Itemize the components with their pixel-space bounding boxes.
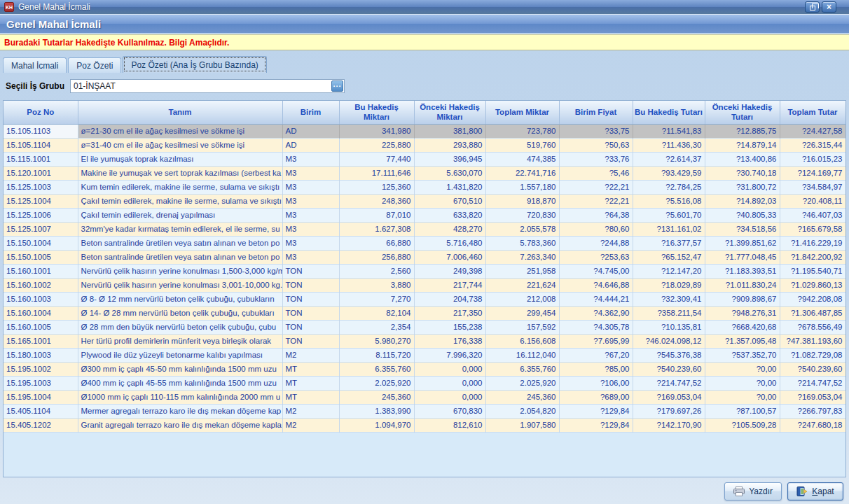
table-cell[interactable]: ?106,00 (559, 376, 633, 390)
table-cell[interactable]: ?678.556,49 (780, 320, 845, 334)
table-cell[interactable]: 723,780 (485, 124, 559, 138)
table-cell[interactable]: Çakıl temin edilerek, drenaj yapılması (78, 208, 282, 222)
table-cell[interactable]: ?668.420,68 (705, 320, 780, 334)
table-cell[interactable]: M3 (282, 194, 339, 208)
table-cell[interactable]: Beton santralinde üretilen veya satın al… (78, 236, 282, 250)
table-cell[interactable]: ?948.276,31 (705, 306, 780, 320)
table-cell[interactable]: 2,560 (339, 264, 414, 278)
table-cell[interactable]: ?64,38 (559, 208, 633, 222)
table-cell[interactable]: 256,880 (339, 250, 414, 264)
table-cell[interactable]: ?32.309,41 (633, 292, 705, 306)
table-cell[interactable]: ?537.352,70 (705, 348, 780, 362)
table-cell[interactable]: 7.996,320 (414, 348, 485, 362)
table-cell[interactable]: Çakıl temin edilerek, makine ile serme, … (78, 194, 282, 208)
table-cell[interactable]: ?1.082.729,08 (780, 348, 845, 362)
table-cell[interactable]: ?214.747,52 (633, 376, 705, 390)
table-cell[interactable]: ?13.400,86 (705, 152, 780, 166)
table-cell[interactable]: 7.006,460 (414, 250, 485, 264)
table-cell[interactable]: ?5.516,08 (633, 194, 705, 208)
table-cell[interactable]: ?124.169,77 (780, 166, 845, 180)
table-cell[interactable]: TON (282, 334, 339, 348)
table-row[interactable]: 15.405.1104Mermer agregalı terrazo karo … (4, 404, 845, 418)
table-cell[interactable]: 15.150.1005 (4, 250, 78, 264)
table-cell[interactable]: ?1.195.540,71 (780, 264, 845, 278)
table-cell[interactable]: 7,270 (339, 292, 414, 306)
table-cell[interactable]: ?142.170,90 (633, 418, 705, 432)
table-cell[interactable]: ?4.362,90 (559, 306, 633, 320)
table-row[interactable]: 15.150.1005Beton santralinde üretilen ve… (4, 250, 845, 264)
print-button[interactable]: Yazdır (724, 482, 782, 500)
table-cell[interactable]: 381,800 (414, 124, 485, 138)
col-header-bu-hakedis-miktari[interactable]: Bu Hakediş Miktarı (339, 101, 414, 124)
table-cell[interactable]: 245,360 (485, 390, 559, 404)
table-cell[interactable]: ?214.747,52 (780, 376, 845, 390)
col-header-toplam-miktar[interactable]: Toplam Miktar (485, 101, 559, 124)
table-cell[interactable]: ?46.024.098,12 (633, 334, 705, 348)
table-cell[interactable]: Ø 28 mm den büyük nervürlü beton çelik ç… (78, 320, 282, 334)
table-cell[interactable]: ?165.679,58 (780, 222, 845, 236)
table-cell[interactable]: 2.054,820 (485, 404, 559, 418)
table-row[interactable]: 15.405.1202Granit agregalı terrazo karo … (4, 418, 845, 432)
table-cell[interactable]: 5.716,480 (414, 236, 485, 250)
table-cell[interactable]: ?540.239,60 (780, 362, 845, 376)
table-cell[interactable]: 2.025,920 (485, 376, 559, 390)
table-cell[interactable]: ?24.427,58 (780, 124, 845, 138)
table-cell[interactable]: 1.094,970 (339, 418, 414, 432)
table-cell[interactable]: 15.105.1103 (4, 124, 78, 138)
table-cell[interactable]: 299,454 (485, 306, 559, 320)
table-cell[interactable]: 2.025,920 (339, 376, 414, 390)
table-cell[interactable]: ?12.147,20 (633, 264, 705, 278)
table-cell[interactable]: 3,880 (339, 278, 414, 292)
table-cell[interactable]: 5.980,270 (339, 334, 414, 348)
col-header-birim-fiyat[interactable]: Birim Fiyat (559, 101, 633, 124)
table-cell[interactable]: Ø300 mm iç çaplı 45-50 mm kalınlığında 1… (78, 362, 282, 376)
table-cell[interactable]: Beton santralinde üretilen veya satın al… (78, 250, 282, 264)
table-cell[interactable]: ?1.357.095,48 (705, 334, 780, 348)
table-cell[interactable]: ?266.797,83 (780, 404, 845, 418)
table-cell[interactable]: TON (282, 320, 339, 334)
table-cell[interactable]: ?5.601,70 (633, 208, 705, 222)
table-cell[interactable]: 293,880 (414, 138, 485, 152)
table-cell[interactable]: ?0,00 (705, 362, 780, 376)
table-row[interactable]: 15.160.1002Nervürlü çelik hasırın yerine… (4, 278, 845, 292)
table-cell[interactable]: 396,945 (414, 152, 485, 166)
table-cell[interactable]: 15.105.1104 (4, 138, 78, 152)
table-cell[interactable]: ?169.053,04 (633, 390, 705, 404)
table-cell[interactable]: 7.263,340 (485, 250, 559, 264)
table-cell[interactable]: ?65.152,47 (633, 250, 705, 264)
table-cell[interactable]: ø=31-40 cm el ile ağaç kesilmesi ve sökm… (78, 138, 282, 152)
table-cell[interactable]: ?0,00 (705, 376, 780, 390)
table-cell[interactable]: ?93.429,59 (633, 166, 705, 180)
table-row[interactable]: 15.125.1006Çakıl temin edilerek, drenaj … (4, 208, 845, 222)
table-cell[interactable]: ø=21-30 cm el ile ağaç kesilmesi ve sökm… (78, 124, 282, 138)
table-cell[interactable]: 15.180.1003 (4, 348, 78, 362)
table-cell[interactable]: M3 (282, 236, 339, 250)
table-cell[interactable]: 670,510 (414, 194, 485, 208)
col-header-birim[interactable]: Birim (282, 101, 339, 124)
table-cell[interactable]: ?247.680,18 (780, 418, 845, 432)
table-row[interactable]: 15.160.1003Ø 8- Ø 12 mm nervürlü beton ç… (4, 292, 845, 306)
table-cell[interactable]: 82,104 (339, 306, 414, 320)
table-cell[interactable]: M3 (282, 166, 339, 180)
table-cell[interactable]: 125,360 (339, 180, 414, 194)
table-cell[interactable]: 15.115.1001 (4, 152, 78, 166)
table-cell[interactable]: 0,000 (414, 362, 485, 376)
table-cell[interactable]: ?11.541,83 (633, 124, 705, 138)
table-cell[interactable]: ?11.436,30 (633, 138, 705, 152)
table-cell[interactable]: 15.160.1005 (4, 320, 78, 334)
table-row[interactable]: 15.165.1001Her türlü profil demirlerin m… (4, 334, 845, 348)
table-cell[interactable]: Mermer agregalı terrazo karo ile dış mek… (78, 404, 282, 418)
tab-poz-ozeti-ana-is-grubu[interactable]: Poz Özeti (Ana İş Grubu Bazında) (123, 56, 266, 73)
table-cell[interactable]: ?129,84 (559, 404, 633, 418)
table-cell[interactable]: TON (282, 264, 339, 278)
table-cell[interactable]: ?22,21 (559, 180, 633, 194)
table-cell[interactable]: Ø 14- Ø 28 mm nervürlü beton çelik çubuğ… (78, 306, 282, 320)
table-cell[interactable]: 217,744 (414, 278, 485, 292)
col-header-bu-hakedis-tutari[interactable]: Bu Hakediş Tutarı (633, 101, 705, 124)
table-cell[interactable]: ?1.029.860,13 (780, 278, 845, 292)
table-cell[interactable]: 15.160.1003 (4, 292, 78, 306)
table-cell[interactable]: ?22,21 (559, 194, 633, 208)
work-group-combo[interactable]: 01-İNŞAAT ... (70, 79, 345, 93)
table-cell[interactable]: 15.195.1002 (4, 362, 78, 376)
table-cell[interactable]: Nervürlü çelik hasırın yerine konulması … (78, 278, 282, 292)
